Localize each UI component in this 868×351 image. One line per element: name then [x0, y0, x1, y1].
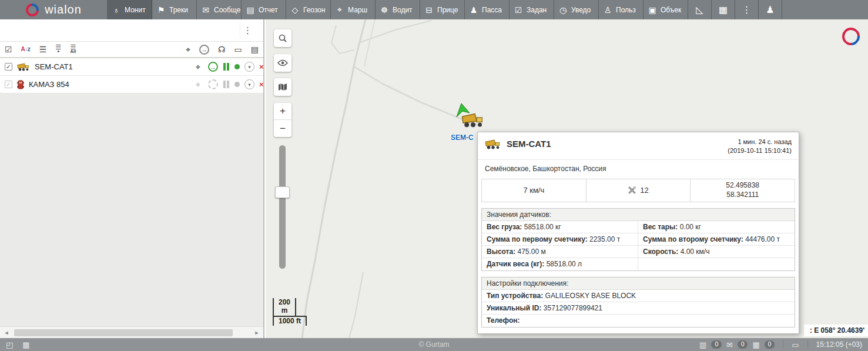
connection-state-icon[interactable]: ☊: [218, 45, 225, 54]
driver-card-icon[interactable]: ▥: [699, 340, 706, 349]
sensor-cell: Вес тары: 0.00 кг: [638, 221, 795, 233]
events-log-icon[interactable]: ▤: [251, 45, 259, 54]
satellites-icon: [628, 186, 636, 195]
photo-icon[interactable]: ▦: [752, 340, 759, 349]
coordinates-cell: 52.495838 58.342111: [691, 179, 795, 202]
panel-toggle-icon[interactable]: ◰: [6, 340, 13, 349]
sort-z-letter: z: [28, 46, 31, 52]
dump-truck-yellow-icon: [17, 63, 30, 71]
scrollbar-thumb[interactable]: [14, 329, 233, 336]
tab-drivers[interactable]: ☸Водит: [376, 0, 420, 19]
sensors-panel: Значения датчиков: Вес груза: 58518.00 к…: [481, 208, 795, 271]
tab-passengers[interactable]: ♟Пасса: [465, 0, 510, 19]
time-ago: 1 мин. 24 с. назад: [738, 138, 792, 145]
map-search-button[interactable]: [274, 29, 291, 47]
unit-checkbox[interactable]: [5, 81, 12, 88]
trailers-icon: ⊟: [424, 5, 434, 15]
sort-a-letter: A: [21, 46, 25, 52]
scale-meters-value: 200: [279, 298, 290, 306]
unit-marker-truck-icon[interactable]: [461, 112, 485, 128]
routes-icon: ⌖: [335, 5, 344, 15]
monitoring-panel-header: ⋮: [0, 19, 263, 42]
tab-routes[interactable]: ⌖Марш: [331, 0, 376, 19]
trip-state-icon[interactable]: [223, 63, 230, 71]
sensor-cell: Высота: 475.00 м: [482, 246, 638, 258]
unit-list-empty-area: [0, 93, 263, 326]
select-all-checkbox[interactable]: ☑: [5, 45, 12, 54]
connection-dot-icon: [234, 64, 240, 69]
tab-notifications[interactable]: ◷Уведо: [554, 0, 599, 19]
mail-icon[interactable]: ✉: [726, 340, 733, 349]
tab-jobs[interactable]: ☑Задан: [510, 0, 554, 19]
tab-users[interactable]: ♙Польз: [599, 0, 644, 19]
drivers-icon: ☸: [380, 5, 389, 15]
notifications-icon: ◷: [558, 5, 568, 15]
remove-unit-icon[interactable]: ×: [259, 80, 263, 89]
tab-monitoring[interactable]: ♁Монит: [108, 0, 152, 19]
map-visibility-button[interactable]: [274, 54, 291, 72]
sort-az-button[interactable]: A↓z: [21, 46, 31, 52]
tab-label: Сообще: [214, 6, 240, 14]
map-area[interactable]: + − SEM-C 200m 1000 ft © OpenStreetMap c…: [266, 19, 868, 338]
zoom-out-button[interactable]: −: [274, 120, 291, 137]
horizontal-scrollbar[interactable]: ◄ ►: [0, 326, 263, 338]
tab-messages[interactable]: ✉Сообще: [197, 0, 242, 19]
tab-trailers[interactable]: ⊟Прице: [420, 0, 465, 19]
apps-menu-button[interactable]: ▦: [712, 0, 735, 19]
users-icon: ♙: [603, 5, 612, 15]
counter-badge: 0: [711, 340, 722, 349]
map-layers-icon: [278, 83, 287, 91]
motion-state-header-icon[interactable]: →: [199, 45, 209, 55]
zoom-in-button[interactable]: +: [274, 103, 291, 120]
locate-unit-icon[interactable]: ⌖: [193, 62, 203, 72]
unit-name: SEM-CAT1: [35, 62, 188, 71]
motion-state-icon[interactable]: [208, 79, 218, 89]
unit-menu-button[interactable]: ▾: [244, 79, 254, 89]
motion-state-icon[interactable]: →: [208, 62, 218, 72]
monitoring-panel: ⋮ ☑ A↓z ☰ ☰+ ☰All ⌖ → ☊ ▭ ▤ SEM-CAT1 ⌖ →…: [0, 19, 264, 338]
zoom-controls: + −: [274, 103, 291, 137]
trip-state-icon[interactable]: [223, 81, 230, 88]
scroll-left-icon[interactable]: ◄: [2, 330, 11, 336]
unit-row-kamaz-854[interactable]: КАМАЗ 854 ⌖ ▾ ×: [0, 76, 263, 93]
tab-label: Задан: [527, 6, 547, 14]
panel-menu-button[interactable]: ⋮: [240, 23, 255, 38]
tab-tracks[interactable]: ⚑Треки: [152, 0, 197, 19]
connection-row: Тип устройства: GALILEOSKY BASE BLOCK: [482, 290, 795, 302]
sensor-cell: Сумма по второму счетчику: 44476.00 т: [638, 233, 795, 246]
show-all-list-button[interactable]: ☰All: [70, 45, 76, 54]
list-view-icon[interactable]: ☰: [39, 45, 47, 54]
apps-grid-icon[interactable]: ▦: [22, 340, 29, 349]
tab-reports[interactable]: ▤Отчет: [242, 0, 286, 19]
zoom-slider-handle[interactable]: [275, 186, 290, 198]
counter-badge: 0: [765, 340, 775, 349]
unit-menu-button[interactable]: ▾: [244, 62, 254, 72]
more-menu-button[interactable]: ⋮: [735, 0, 759, 19]
user-account-button[interactable]: ♟: [759, 0, 782, 19]
monitor-screen-icon[interactable]: ▭: [234, 45, 242, 54]
tab-geofences[interactable]: ◇Геозон: [286, 0, 331, 19]
more-dots-icon: ⋮: [742, 4, 752, 15]
zoom-slider[interactable]: [279, 145, 286, 269]
scroll-right-icon[interactable]: ►: [253, 330, 261, 336]
tab-units[interactable]: ▣Объек: [644, 0, 688, 19]
logo-text: wialon: [45, 3, 82, 16]
locate-all-icon[interactable]: ⌖: [186, 45, 190, 55]
tracks-icon: ⚑: [156, 5, 166, 15]
connection-row: Уникальный ID: 357129077899421: [482, 302, 795, 315]
popup-info-row: 7 км/ч 12 52.495838 58.342111: [481, 179, 795, 202]
map-layers-button[interactable]: [274, 78, 291, 96]
remove-unit-icon[interactable]: ×: [259, 62, 263, 71]
unit-row-sem-cat1[interactable]: SEM-CAT1 ⌖ → ▾ ×: [0, 58, 263, 76]
unit-checkbox[interactable]: [5, 63, 12, 71]
locate-unit-icon[interactable]: ⌖: [193, 79, 203, 90]
add-to-list-button[interactable]: ☰+: [55, 45, 61, 54]
tab-label: Геозон: [303, 6, 326, 14]
wialon-logo-icon: [25, 3, 39, 17]
satellites-cell: 12: [587, 179, 691, 202]
ruler-tool-button[interactable]: ◺: [688, 0, 712, 19]
tab-label: Водит: [393, 6, 413, 14]
monitoring-icon: ♁: [112, 5, 121, 15]
monitor-icon[interactable]: ▭: [792, 340, 799, 349]
wialon-logo: wialon: [0, 0, 108, 19]
